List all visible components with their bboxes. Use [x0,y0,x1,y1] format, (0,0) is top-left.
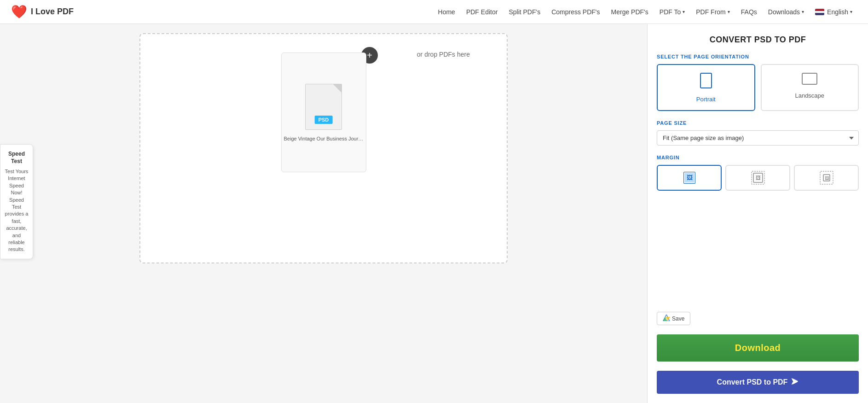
nav-home[interactable]: Home [434,6,460,18]
logo-link[interactable]: ❤️ I Love PDF [11,4,74,19]
nav-faqs[interactable]: FAQs [736,6,762,18]
margin-options: 🖼 🖼 [657,165,859,191]
nav-language[interactable]: English [810,6,857,18]
speed-test-title: Speed Test [4,150,29,165]
header: ❤️ I Love PDF Home PDF Editor Split PDF'… [0,0,868,24]
nav-pdf-from[interactable]: PDF From [691,6,735,18]
margin-big[interactable]: 🖼 [794,165,859,191]
no-margin-icon: 🖼 [682,170,697,185]
nav-downloads[interactable]: Downloads [764,6,809,18]
nav-merge-pdf[interactable]: Merge PDF's [607,6,653,18]
svg-text:🖼: 🖼 [686,174,692,181]
file-name-label: Beige Vintage Our Business Journey Inf..… [281,132,366,143]
upload-area[interactable]: + or drop PDFs here PSD Beige Vintage Ou… [139,33,508,263]
small-margin-icon: 🖼 [751,170,765,185]
nav-compress-pdf[interactable]: Compress PDF's [547,6,604,18]
page-size-label: PAGE SIZE [657,120,859,126]
landscape-icon [801,72,818,88]
page-size-section: PAGE SIZE Fit (Same page size as image) … [657,120,859,146]
arrow-circle-icon: ⮞ [791,378,799,386]
speed-test-body: Test Yours Internet Speed Now! Speed Tes… [4,168,29,253]
save-label: Save [672,315,684,322]
svg-rect-1 [802,73,817,84]
save-button[interactable]: Save [657,312,690,325]
orientation-portrait[interactable]: Portrait [657,64,755,111]
svg-text:🖼: 🖼 [755,175,760,181]
file-page-icon: PSD [305,84,342,130]
panel-title: CONVERT PSD TO PDF [657,35,859,45]
drop-text: or drop PDFs here [417,51,470,58]
nav-pdf-editor[interactable]: PDF Editor [462,6,502,18]
orientation-label: SELECT THE PAGE ORIENTATION [657,54,859,59]
convert-label: Convert PSD to PDF [717,378,788,386]
file-icon-container: PSD [303,82,344,132]
margin-label: MARGIN [657,155,859,160]
margin-small[interactable]: 🖼 [725,165,790,191]
convert-button[interactable]: Convert PSD to PDF ⮞ [657,371,859,394]
svg-text:🖼: 🖼 [824,176,828,181]
orientation-section: SELECT THE PAGE ORIENTATION Portrait [657,54,859,111]
main-layout: + or drop PDFs here PSD Beige Vintage Ou… [0,24,868,403]
nav-split-pdf[interactable]: Split PDF's [504,6,545,18]
orientation-options: Portrait Landscape [657,64,859,111]
language-label: English [827,8,848,16]
nav-pdf-to[interactable]: PDF To [655,6,689,18]
landscape-label: Landscape [795,92,824,99]
orientation-landscape[interactable]: Landscape [761,64,859,111]
download-button[interactable]: Download [657,334,859,362]
download-label: Download [735,343,781,353]
speed-test-widget[interactable]: Speed Test Test Yours Internet Speed Now… [0,144,33,259]
right-panel: CONVERT PSD TO PDF SELECT THE PAGE ORIEN… [647,24,868,403]
google-drive-icon [663,315,670,322]
save-section: Save [657,312,859,325]
margin-section: MARGIN 🖼 [657,155,859,191]
portrait-label: Portrait [696,96,716,103]
big-margin-icon: 🖼 [819,170,834,185]
left-panel: + or drop PDFs here PSD Beige Vintage Ou… [0,24,647,403]
logo-text: I Love PDF [31,7,74,17]
flag-icon [815,9,824,15]
logo-heart-icon: ❤️ [11,4,27,19]
main-nav: Home PDF Editor Split PDF's Compress PDF… [434,6,857,18]
margin-no-margin[interactable]: 🖼 [657,165,722,191]
svg-rect-0 [700,73,712,88]
file-type-badge: PSD [315,116,333,124]
page-size-select[interactable]: Fit (Same page size as image) A4 Letter … [657,130,859,146]
file-card[interactable]: PSD Beige Vintage Our Business Journey I… [281,53,366,172]
portrait-icon [700,72,712,92]
